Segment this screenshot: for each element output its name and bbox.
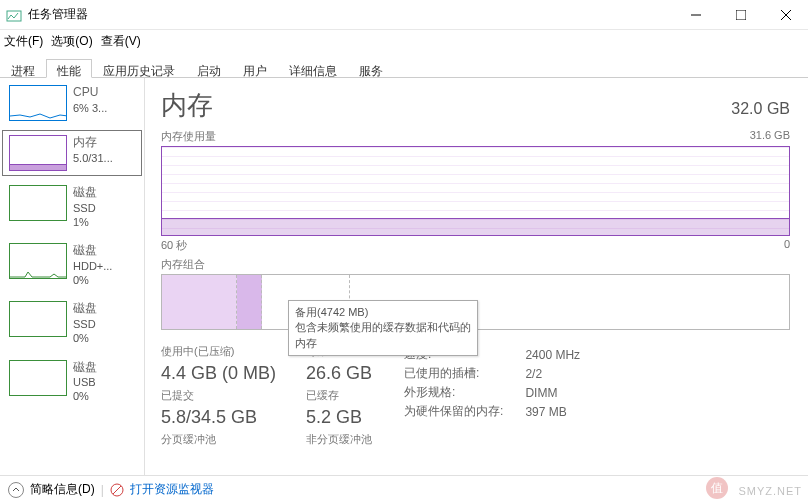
- chart-comp-label: 内存组合: [161, 257, 205, 272]
- sidebar-item-disk-ssd[interactable]: 磁盘SSD1%: [0, 178, 144, 236]
- open-resource-monitor-link[interactable]: 打开资源监视器: [130, 481, 214, 498]
- disk-thumb: [9, 243, 67, 279]
- sidebar-item-disk-ssd2[interactable]: 磁盘SSD0%: [0, 294, 144, 352]
- tab-details[interactable]: 详细信息: [278, 59, 348, 78]
- watermark-badge: 值: [706, 477, 728, 499]
- tab-processes[interactable]: 进程: [0, 59, 46, 78]
- disk-thumb: [9, 360, 67, 396]
- chart-usage-label: 内存使用量: [161, 129, 216, 144]
- tab-users[interactable]: 用户: [232, 59, 278, 78]
- tab-performance[interactable]: 性能: [46, 59, 92, 78]
- commit-label: 已提交: [161, 388, 276, 403]
- performance-sidebar: CPU6% 3... 内存5.0/31... 磁盘SSD1% 磁盘HDD+...…: [0, 78, 145, 475]
- cache-value: 5.2 GB: [306, 407, 372, 428]
- memory-total: 32.0 GB: [731, 100, 790, 118]
- window-title: 任务管理器: [28, 6, 88, 23]
- fewer-details-link[interactable]: 简略信息(D): [30, 481, 95, 498]
- chevron-up-icon[interactable]: [8, 482, 24, 498]
- sidebar-label: CPU: [73, 85, 107, 101]
- sidebar-item-disk-usb[interactable]: 磁盘USB0%: [0, 353, 144, 411]
- avail-value: 26.6 GB: [306, 363, 372, 384]
- watermark-text: SMYZ.NET: [738, 485, 802, 497]
- in-use-value: 4.4 GB (0 MB): [161, 363, 276, 384]
- svg-rect-2: [736, 10, 746, 20]
- cache-label: 已缓存: [306, 388, 372, 403]
- sidebar-item-memory[interactable]: 内存5.0/31...: [2, 130, 142, 176]
- minimize-button[interactable]: [673, 0, 718, 30]
- disk-thumb: [9, 185, 67, 221]
- app-icon: [6, 7, 22, 23]
- main-panel: 内存 32.0 GB 内存使用量 31.6 GB 60 秒 0 内存组合 使用中…: [145, 78, 808, 475]
- comp-in-use: [162, 275, 237, 329]
- chart-usage-max: 31.6 GB: [750, 129, 790, 144]
- sidebar-item-cpu[interactable]: CPU6% 3...: [0, 78, 144, 128]
- page-title: 内存: [161, 88, 213, 123]
- axis-right: 0: [784, 238, 790, 253]
- memory-usage-chart[interactable]: [161, 146, 790, 236]
- comp-modified: [237, 275, 262, 329]
- close-button[interactable]: [763, 0, 808, 30]
- axis-left: 60 秒: [161, 238, 187, 253]
- composition-tooltip: 备用(4742 MB) 包含未频繁使用的缓存数据和代码的内存: [288, 300, 478, 356]
- tab-services[interactable]: 服务: [348, 59, 394, 78]
- in-use-label: 使用中(已压缩): [161, 344, 276, 359]
- svg-rect-0: [7, 11, 21, 21]
- disk-thumb: [9, 301, 67, 337]
- memory-thumb: [9, 135, 67, 171]
- cpu-thumb: [9, 85, 67, 121]
- resource-monitor-icon: [110, 483, 124, 497]
- maximize-button[interactable]: [718, 0, 763, 30]
- sidebar-item-disk-hdd[interactable]: 磁盘HDD+...0%: [0, 236, 144, 294]
- pool1-label: 分页缓冲池: [161, 432, 276, 447]
- pool2-label: 非分页缓冲池: [306, 432, 372, 447]
- menu-view[interactable]: 查看(V): [101, 33, 141, 50]
- menu-options[interactable]: 选项(O): [51, 33, 92, 50]
- svg-line-6: [113, 486, 121, 494]
- tab-app-history[interactable]: 应用历史记录: [92, 59, 186, 78]
- tab-startup[interactable]: 启动: [186, 59, 232, 78]
- menu-file[interactable]: 文件(F): [4, 33, 43, 50]
- commit-value: 5.8/34.5 GB: [161, 407, 276, 428]
